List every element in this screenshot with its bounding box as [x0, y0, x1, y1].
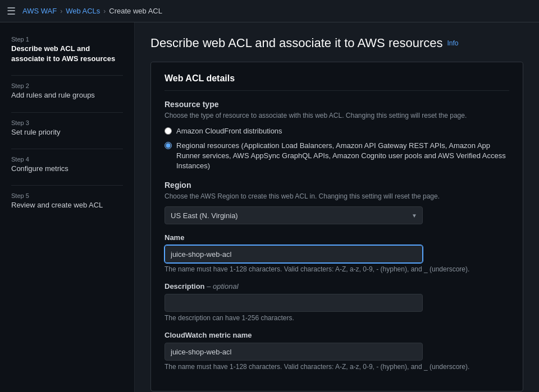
breadcrumb-sep-1: › — [60, 7, 62, 15]
step-1-title: Describe web ACL and associate it to AWS… — [11, 44, 123, 64]
step-divider-1 — [11, 75, 123, 76]
radio-regional[interactable] — [165, 142, 172, 149]
sidebar-step-5[interactable]: Step 5 Review and create web ACL — [11, 192, 123, 210]
sidebar-step-4[interactable]: Step 4 Configure metrics — [11, 156, 123, 174]
sidebar: Step 1 Describe web ACL and associate it… — [0, 22, 135, 392]
step-2-label: Step 2 — [11, 82, 123, 89]
region-select[interactable]: US East (N. Virginia) US West (Oregon) E… — [165, 206, 423, 224]
step-4-label: Step 4 — [11, 156, 123, 163]
radio-cloudfront[interactable] — [165, 127, 172, 135]
radio-regional-label[interactable]: Regional resources (Application Load Bal… — [176, 141, 509, 172]
info-link[interactable]: Info — [447, 39, 459, 47]
region-hint: Choose the AWS Region to create this web… — [165, 192, 509, 201]
name-label: Name — [165, 233, 509, 242]
region-group: Region Choose the AWS Region to create t… — [165, 181, 509, 225]
breadcrumb-sep-2: › — [103, 7, 106, 15]
top-bar: ☰ AWS WAF › Web ACLs › Create web ACL — [0, 0, 539, 22]
description-optional: – optional — [207, 282, 238, 290]
web-acl-details-card: Web ACL details Resource type Choose the… — [150, 62, 523, 391]
step-3-title: Set rule priority — [11, 127, 123, 137]
step-2-title: Add rules and rule groups — [11, 90, 123, 100]
name-group: Name The name must have 1-128 characters… — [165, 233, 509, 273]
step-5-label: Step 5 — [11, 192, 123, 199]
radio-option-regional: Regional resources (Application Load Bal… — [165, 141, 509, 172]
sidebar-step-3[interactable]: Step 3 Set rule priority — [11, 119, 123, 137]
sidebar-step-2[interactable]: Step 2 Add rules and rule groups — [11, 82, 123, 100]
breadcrumb-current: Create web ACL — [109, 7, 162, 15]
name-input[interactable] — [165, 245, 423, 263]
radio-cloudfront-label[interactable]: Amazon CloudFront distributions — [176, 126, 282, 136]
step-4-title: Configure metrics — [11, 164, 123, 174]
hamburger-menu[interactable]: ☰ — [7, 5, 16, 17]
description-input[interactable] — [165, 294, 423, 312]
step-1-label: Step 1 — [11, 36, 123, 43]
resource-type-hint: Choose the type of resource to associate… — [165, 111, 509, 121]
description-group: Description – optional The description c… — [165, 282, 509, 322]
description-label: Description – optional — [165, 282, 509, 290]
region-label: Region — [165, 181, 509, 190]
step-divider-3 — [11, 149, 123, 149]
resource-type-label: Resource type — [165, 100, 509, 109]
description-hint: The description can have 1-256 character… — [165, 314, 509, 322]
sidebar-step-1[interactable]: Step 1 Describe web ACL and associate it… — [11, 36, 123, 64]
step-divider-2 — [11, 112, 123, 113]
region-select-wrapper: US East (N. Virginia) US West (Oregon) E… — [165, 206, 423, 224]
step-3-label: Step 3 — [11, 119, 123, 126]
breadcrumb: AWS WAF › Web ACLs › Create web ACL — [22, 7, 162, 15]
cloudwatch-group: CloudWatch metric name The name must hav… — [165, 331, 509, 371]
resource-type-radio-group: Amazon CloudFront distributions Regional… — [165, 126, 509, 172]
cloudwatch-label: CloudWatch metric name — [165, 331, 509, 339]
cloudwatch-input[interactable] — [165, 343, 423, 361]
name-hint: The name must have 1-128 characters. Val… — [165, 265, 509, 273]
page-title: Describe web ACL and associate it to AWS… — [150, 36, 523, 50]
breadcrumb-web-acls[interactable]: Web ACLs — [66, 7, 100, 15]
card-title: Web ACL details — [165, 73, 509, 91]
step-5-title: Review and create web ACL — [11, 200, 123, 210]
step-divider-4 — [11, 185, 123, 186]
breadcrumb-aws-waf[interactable]: AWS WAF — [22, 7, 57, 15]
main-layout: Step 1 Describe web ACL and associate it… — [0, 22, 539, 392]
content-area: Describe web ACL and associate it to AWS… — [135, 22, 539, 392]
cloudwatch-hint: The name must have 1-128 characters. Val… — [165, 363, 509, 371]
radio-option-cloudfront: Amazon CloudFront distributions — [165, 126, 509, 136]
resource-type-group: Resource type Choose the type of resourc… — [165, 100, 509, 172]
